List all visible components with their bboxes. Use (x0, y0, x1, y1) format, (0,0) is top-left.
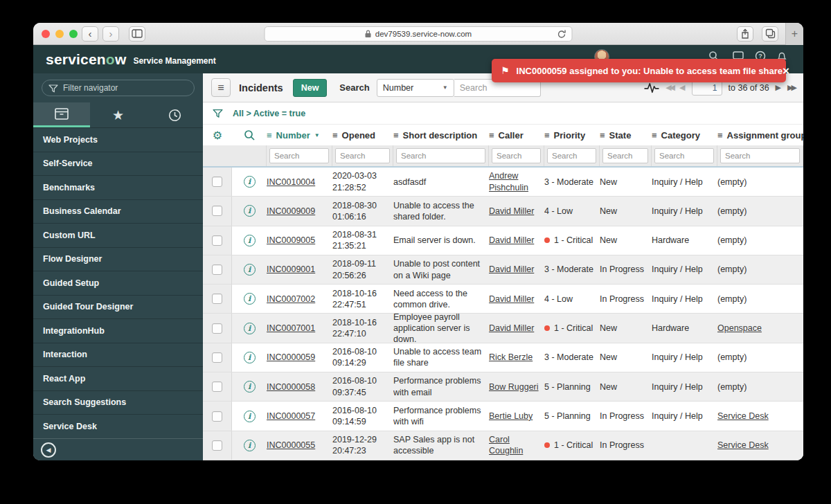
row-checkbox[interactable] (212, 264, 222, 275)
toast-close-icon[interactable]: × (783, 65, 789, 77)
reload-icon[interactable] (557, 29, 567, 39)
sidebar-toggle-button[interactable] (129, 26, 145, 42)
breadcrumb[interactable]: All > Active = true (233, 109, 305, 118)
next-page-button[interactable]: ▶ (776, 83, 781, 92)
activity-stream-icon[interactable] (644, 82, 659, 94)
filter-input-state[interactable] (602, 148, 648, 163)
info-icon[interactable]: i (244, 323, 256, 334)
row-checkbox[interactable] (212, 235, 222, 246)
column-header-short-description[interactable]: ≡ Short description (393, 130, 489, 141)
sidebar-item-flow-designer[interactable]: Flow Designer (33, 248, 203, 272)
filter-input-priority[interactable] (547, 148, 596, 163)
filter-input-number[interactable] (269, 148, 329, 163)
tab-favorites[interactable]: ★ (90, 102, 147, 127)
filter-input-caller[interactable] (492, 148, 541, 163)
incident-number-link[interactable]: INC0000057 (267, 411, 315, 422)
filter-navigator-input[interactable] (42, 80, 195, 96)
close-window-button[interactable] (42, 30, 50, 38)
filter-input-assignment-group[interactable] (720, 148, 800, 163)
sidebar-item-guided-tour-designer[interactable]: Guided Tour Designer (33, 296, 203, 320)
search-field-select[interactable]: Number ▼ (377, 79, 454, 97)
column-header-category[interactable]: ≡ Category (652, 130, 717, 141)
previous-page-button[interactable]: ◀ (679, 83, 685, 92)
assignment-group-link[interactable]: Service Desk (717, 440, 769, 451)
info-icon[interactable]: i (244, 381, 256, 393)
incident-number-link[interactable]: INC0000055 (267, 440, 315, 451)
caller-link[interactable]: Rick Berzle (489, 352, 533, 363)
sidebar-item-react-app[interactable]: React App (33, 367, 203, 391)
back-button[interactable]: ‹ (82, 26, 98, 42)
forward-button[interactable]: › (102, 26, 119, 42)
caller-link[interactable]: David Miller (489, 264, 534, 275)
info-icon[interactable]: i (244, 205, 256, 217)
sidebar-item-service-desk[interactable]: Service Desk (33, 415, 203, 439)
address-bar[interactable]: dev79539.service-now.com (265, 26, 573, 42)
column-header-caller[interactable]: ≡ Caller (489, 130, 544, 141)
share-button[interactable] (737, 26, 753, 42)
row-checkbox[interactable] (212, 411, 222, 422)
row-checkbox[interactable] (212, 177, 222, 187)
collapse-sidebar-button[interactable]: ◀ (41, 442, 56, 458)
info-icon[interactable]: i (244, 264, 256, 276)
column-search-toggle[interactable] (232, 129, 267, 141)
incident-number-link[interactable]: INC0000059 (267, 352, 315, 363)
info-icon[interactable]: i (244, 440, 256, 451)
caller-link[interactable]: Bertie Luby (489, 411, 533, 422)
caller-link[interactable]: David Miller (489, 323, 534, 334)
zoom-window-button[interactable] (69, 30, 78, 38)
sidebar-item-search-suggestions[interactable]: Search Suggestions (33, 391, 203, 415)
caller-link[interactable]: David Miller (489, 235, 534, 246)
caller-link[interactable]: Andrew Pishchulin (489, 170, 539, 193)
row-checkbox[interactable] (212, 323, 222, 334)
column-header-opened[interactable]: ≡ Opened (332, 130, 393, 141)
incident-number-link[interactable]: INC0007001 (267, 323, 315, 334)
caller-link[interactable]: David Miller (489, 294, 534, 305)
new-button[interactable]: New (293, 79, 328, 97)
assignment-group-link[interactable]: Service Desk (717, 411, 769, 422)
tab-history[interactable] (146, 102, 203, 127)
list-context-menu-button[interactable]: ≡ (211, 78, 231, 97)
row-checkbox[interactable] (212, 381, 222, 392)
notification-toast[interactable]: ⚑ INC0000059 assigned to you: Unable to … (492, 59, 786, 82)
caller-link[interactable]: Bow Ruggeri (489, 381, 539, 393)
list-settings-button[interactable]: ⚙ (203, 129, 232, 142)
filter-input-short-description[interactable] (396, 148, 485, 163)
incident-number-link[interactable]: INC0000058 (267, 381, 315, 393)
column-header-state[interactable]: ≡ State (600, 130, 652, 141)
servicenow-logo[interactable]: servicenow (46, 51, 126, 68)
row-checkbox[interactable] (212, 352, 222, 363)
filter-input-category[interactable] (654, 148, 714, 163)
info-icon[interactable]: i (244, 411, 256, 422)
row-checkbox[interactable] (212, 294, 222, 304)
minimize-window-button[interactable] (55, 30, 64, 38)
incident-number-link[interactable]: INC0009001 (267, 264, 315, 275)
tabs-overview-button[interactable] (762, 26, 778, 42)
incident-number-link[interactable]: INC0009005 (267, 235, 315, 246)
tab-all-applications[interactable] (33, 102, 90, 127)
column-header-priority[interactable]: ≡ Priority (544, 130, 600, 141)
sidebar-item-business-calendar[interactable]: Business Calendar (33, 200, 203, 224)
incident-number-link[interactable]: INC0009009 (267, 206, 315, 217)
last-page-button[interactable]: ▶▶ (787, 83, 795, 92)
sidebar-item-benchmarks[interactable]: Benchmarks (33, 176, 203, 200)
info-icon[interactable]: i (244, 293, 256, 305)
sidebar-item-integrationhub[interactable]: IntegrationHub (33, 319, 203, 343)
sidebar-item-self-service[interactable]: Self-Service (33, 152, 203, 177)
sidebar-item-web-projects[interactable]: Web Projects (33, 128, 203, 152)
sidebar-item-interaction[interactable]: Interaction (33, 343, 203, 368)
info-icon[interactable]: i (244, 176, 256, 188)
incident-number-link[interactable]: INC0010004 (267, 177, 315, 188)
incident-number-link[interactable]: INC0007002 (267, 294, 315, 305)
filter-input-opened[interactable] (335, 148, 390, 163)
sidebar-item-guided-setup[interactable]: Guided Setup (33, 271, 203, 296)
row-checkbox[interactable] (212, 206, 222, 216)
caller-link[interactable]: Carol Coughlin (489, 434, 539, 457)
breadcrumb-funnel-icon[interactable] (213, 109, 223, 118)
assignment-group-link[interactable]: Openspace (717, 323, 762, 334)
first-page-button[interactable]: ◀◀ (665, 83, 673, 92)
row-checkbox[interactable] (212, 440, 222, 451)
column-header-number[interactable]: ≡ Number ▼ (267, 130, 332, 141)
column-header-assignment-group[interactable]: ≡ Assignment group (717, 130, 803, 141)
info-icon[interactable]: i (244, 235, 256, 246)
info-icon[interactable]: i (244, 352, 256, 363)
